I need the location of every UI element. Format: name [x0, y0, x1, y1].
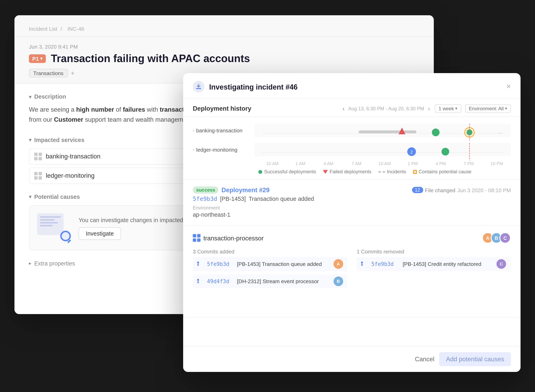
- svg-point-19: [197, 261, 199, 263]
- chart-track-banking: Deployments #29 12 File changed ···: [254, 124, 511, 137]
- legend-incidents: Incidents: [378, 169, 406, 174]
- time-7am: 7 AM: [343, 161, 371, 166]
- added-commit-row-2: 49d4f3d [DH-2312] Stream event processor…: [193, 275, 347, 288]
- investigate-illustration: [37, 213, 71, 242]
- deployment-date: Jun 3 2020 - 08:10 PM: [457, 187, 511, 193]
- chart-row-banking: › banking-transaction: [193, 122, 511, 139]
- legend-failed: Failed deployments: [323, 169, 372, 174]
- investigation-close-button[interactable]: ×: [507, 83, 511, 90]
- deployment-prev-button[interactable]: ‹: [343, 105, 345, 112]
- removed-commit-msg-1: [PB-1453] Credit entity refactored: [403, 261, 481, 267]
- investigation-icon: [193, 81, 205, 92]
- added-commit-hash-1[interactable]: 5fe9b3d: [207, 261, 229, 267]
- deployment-date-range: Aug 13, 6:30 PM - Aug 20, 6:30 PM: [349, 106, 424, 111]
- environment-selector[interactable]: Environment: All: [465, 104, 511, 113]
- legend-dot-success: [258, 170, 262, 173]
- added-commit-row-1: 5fe9b3d [PB-1453] Transaction queue adde…: [193, 257, 347, 271]
- deployment-detail: success Deployment #29 12 File changed J…: [183, 180, 521, 225]
- time-10pm: 10 PM: [483, 161, 511, 166]
- svg-rect-3: [359, 131, 417, 133]
- deployment-history-header: Deployment history ‹ Aug 13, 6:30 PM - A…: [183, 99, 521, 117]
- time-window-selector[interactable]: 1 week: [435, 104, 461, 113]
- legend-square-potential: [413, 170, 417, 173]
- service-proc-name: transaction-processor: [203, 234, 264, 242]
- removed-commit-branch-icon: [359, 261, 364, 266]
- add-potential-causes-button[interactable]: Add potential causes: [439, 352, 511, 366]
- breadcrumb-parent-link[interactable]: Incident List: [29, 26, 57, 32]
- added-commit-hash-2[interactable]: 49d4f3d: [207, 278, 229, 284]
- file-changed-label: File changed: [425, 187, 455, 193]
- commit-msg: Transaction queue added: [249, 196, 314, 202]
- commits-columns: 3 Commits added 5fe9b: [193, 249, 511, 288]
- chart-legend: Successful deployments Failed deployment…: [193, 169, 511, 174]
- time-axis: 10 AM 1 AM 4 AM 7 AM 10 AM 1 PM 4 PM 7 P…: [193, 161, 511, 166]
- svg-point-25: [361, 261, 363, 263]
- env-value: ap-northeast-1: [193, 211, 511, 218]
- chart-area: › banking-transaction: [183, 117, 521, 180]
- added-commit-avatar-2: B: [334, 276, 343, 286]
- deployment-status-pill: success: [193, 186, 219, 194]
- legend-label-success: Successful deployments: [264, 169, 316, 174]
- commit-hash[interactable]: 5fe9b3d: [193, 196, 217, 202]
- chart-row-ledger: › ledger-monitoring 2: [193, 141, 511, 158]
- time-4pm: 4 PM: [427, 161, 455, 166]
- deployment-name[interactable]: Deployment #29: [222, 186, 270, 194]
- file-count-badge: 12: [412, 187, 423, 193]
- avatar-group: A B C: [482, 232, 511, 244]
- legend-label-failed: Failed deployments: [330, 169, 371, 174]
- svg-text:2: 2: [410, 150, 413, 155]
- legend-label-incidents: Incidents: [387, 169, 406, 174]
- svg-point-24: [197, 282, 199, 283]
- chart-track-ledger: 2: [254, 143, 511, 156]
- svg-point-5: [432, 129, 439, 136]
- added-commit-msg-2: [DH-2312] Stream event processor: [237, 278, 319, 284]
- deployment-next-button[interactable]: ›: [428, 105, 430, 112]
- extra-properties-label: Extra properties: [34, 260, 75, 267]
- incident-date: Jun 3, 2020 9:41 PM: [29, 44, 419, 50]
- investigation-header: Investigating incident #46 ×: [183, 73, 521, 99]
- priority-badge[interactable]: P1: [29, 54, 46, 63]
- env-label: Environment: [193, 205, 511, 210]
- investigation-body: Deployment history ‹ Aug 13, 6:30 PM - A…: [183, 99, 521, 369]
- cancel-button[interactable]: Cancel: [415, 355, 434, 363]
- service-commits-section: transaction-processor A B C 3 Commits ad…: [183, 225, 521, 317]
- impacted-services-label: Impacted services: [29, 136, 84, 143]
- svg-point-22: [197, 279, 199, 281]
- svg-point-21: [197, 264, 199, 266]
- incident-title: Transaction failing with APAC accounts: [51, 52, 250, 65]
- removed-commits-column: 1 Commits removed 5fe: [357, 249, 511, 288]
- service-grid-icon-2: [34, 172, 42, 179]
- investigation-panel: Investigating incident #46 × Deployment …: [183, 73, 521, 372]
- deployment-controls: 1 week Environment: All: [435, 104, 511, 113]
- incident-tag[interactable]: Transactions: [29, 69, 68, 77]
- deployment-history-title: Deployment history: [193, 105, 251, 112]
- added-commits-column: 3 Commits added 5fe9b: [193, 249, 347, 288]
- commits-removed-label: 1 Commits removed: [357, 249, 511, 254]
- legend-potential: Contains potential cause: [413, 169, 472, 174]
- deployment-nav: ‹ Aug 13, 6:30 PM - Aug 20, 6:30 PM ›: [343, 105, 430, 112]
- service-grid-icon: [34, 152, 42, 160]
- added-commit-avatar-1: A: [334, 259, 343, 269]
- time-7pm: 7 PM: [455, 161, 483, 166]
- chart-row-ledger-label: ledger-monitoring: [196, 147, 237, 153]
- commit-ref: [PB-1453]: [220, 196, 246, 202]
- breadcrumb-separator: /: [61, 26, 62, 32]
- add-tag-button[interactable]: +: [71, 69, 75, 77]
- legend-successful: Successful deployments: [258, 169, 316, 174]
- service-grid-icon: [193, 234, 200, 242]
- removed-commit-hash-1[interactable]: 5fe9b3d: [371, 261, 394, 267]
- deployment-status: success Deployment #29: [193, 186, 270, 194]
- service-name-2: ledger-monitoring: [46, 172, 95, 179]
- removed-commit-avatar-1: C: [497, 259, 506, 269]
- investigation-title: Investigating incident #46: [209, 83, 298, 91]
- commit-branch-icon: [195, 261, 200, 266]
- svg-point-17: [442, 148, 449, 155]
- time-1pm: 1 PM: [399, 161, 427, 166]
- investigate-button[interactable]: Investigate: [79, 227, 121, 240]
- svg-point-27: [361, 264, 363, 266]
- file-changed: 12 File changed Jun 3 2020 - 08:10 PM: [412, 187, 511, 193]
- breadcrumb-current: INC-46: [67, 26, 84, 32]
- added-commits-table: 5fe9b3d [PB-1453] Transaction queue adde…: [193, 257, 347, 288]
- time-1am: 1 AM: [286, 161, 315, 166]
- breadcrumb: Incident List / INC-46: [14, 15, 434, 37]
